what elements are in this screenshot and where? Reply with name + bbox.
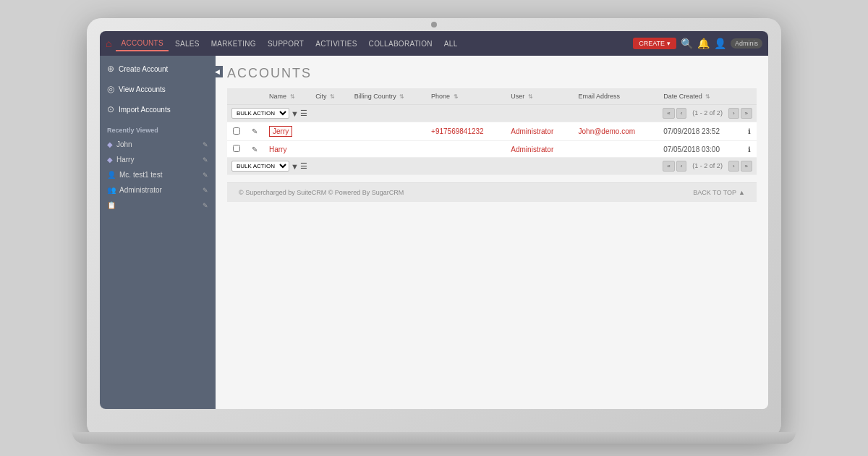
name-sort-icon[interactable]: ⇅ — [290, 93, 295, 100]
row2-user-cell: Administrator — [505, 141, 572, 158]
row1-city-cell — [310, 122, 349, 141]
doc-icon: 📋 — [107, 201, 116, 209]
nav-item-all[interactable]: ALL — [439, 37, 463, 51]
mc-test-edit-icon[interactable]: ✎ — [203, 172, 208, 179]
sidebar-item-view-accounts[interactable]: ◎ View Accounts — [100, 79, 216, 99]
nav-item-marketing[interactable]: MARKETING — [206, 37, 261, 51]
doc-edit-icon[interactable]: ✎ — [203, 202, 208, 209]
next-last-btn-top[interactable]: » — [741, 108, 752, 119]
row1-name-link[interactable]: Jerry — [273, 127, 289, 135]
laptop-frame: ⌂ ACCOUNTS SALES MARKETING SUPPORT ACTIV… — [87, 18, 781, 438]
row1-user-link[interactable]: Administrator — [511, 127, 553, 135]
row2-info-cell[interactable]: ℹ — [742, 141, 757, 158]
home-icon[interactable]: ⌂ — [106, 38, 111, 49]
user-label[interactable]: Adminis — [731, 38, 762, 48]
row1-email-cell: John@demo.com — [573, 122, 658, 141]
sidebar-recent-harry[interactable]: ◆ Harry ✎ — [100, 152, 216, 167]
harry-edit-icon[interactable]: ✎ — [203, 156, 208, 164]
col-billing-country[interactable]: Billing Country ⇅ — [349, 88, 425, 105]
main-area: ◀ ⊕ Create Account ◎ View Accounts ⊙ Imp… — [100, 56, 768, 409]
row1-phone-link[interactable]: +917569841232 — [431, 127, 484, 135]
row1-edit-cell[interactable]: ✎ — [246, 122, 263, 141]
toolbar-actions-top: BULK ACTION ▼ ☰ — [231, 108, 307, 119]
nav-item-collaboration[interactable]: COLLABORATION — [364, 37, 438, 51]
nav-item-sales[interactable]: SALES — [170, 37, 205, 51]
mc-test-icon: 👤 — [107, 171, 116, 179]
row2-checkbox-cell — [227, 141, 246, 158]
filter-icon-top[interactable]: ▼ — [291, 109, 299, 118]
view-icon-top[interactable]: ☰ — [300, 109, 307, 118]
sidebar-item-create-account[interactable]: ⊕ Create Account — [100, 59, 216, 79]
billing-sort-icon[interactable]: ⇅ — [399, 93, 404, 100]
col-city[interactable]: City ⇅ — [310, 88, 349, 105]
row2-name-link[interactable]: Harry — [269, 145, 286, 153]
row2-name-cell: Harry — [263, 141, 310, 158]
user-icon[interactable]: 👤 — [714, 38, 726, 49]
nav-item-support[interactable]: SUPPORT — [263, 37, 309, 51]
prev-btn-top[interactable]: ‹ — [676, 108, 687, 119]
date-sort-icon[interactable]: ⇅ — [705, 93, 710, 100]
next-btn-top[interactable]: › — [728, 108, 739, 119]
row2-date-cell: 07/05/2018 03:00 — [658, 141, 742, 158]
row2-billing-cell — [349, 141, 425, 158]
pagination-bottom: (1 - 2 of 2) — [688, 161, 727, 172]
row1-user-cell: Administrator — [505, 122, 572, 141]
row2-edit-cell[interactable]: ✎ — [246, 141, 263, 158]
john-icon: ◆ — [107, 140, 113, 148]
laptop-screen: ⌂ ACCOUNTS SALES MARKETING SUPPORT ACTIV… — [100, 31, 768, 409]
sidebar-recent-john[interactable]: ◆ John ✎ — [100, 137, 216, 152]
back-to-top-button[interactable]: BACK TO TOP ▲ — [693, 189, 745, 196]
row1-phone-cell: +917569841232 — [425, 122, 505, 141]
phone-sort-icon[interactable]: ⇅ — [454, 93, 459, 100]
next-last-btn-bottom[interactable]: » — [741, 161, 752, 172]
row1-name-cell: Jerry — [263, 122, 310, 141]
sidebar-item-import-accounts[interactable]: ⊙ Import Accounts — [100, 99, 216, 119]
john-edit-icon[interactable]: ✎ — [203, 141, 208, 148]
user-sort-icon[interactable]: ⇅ — [528, 93, 533, 100]
row1-email-link[interactable]: John@demo.com — [579, 127, 636, 135]
row1-name-highlighted: Jerry — [269, 126, 292, 137]
toolbar-row-top: BULK ACTION ▼ ☰ « — [227, 105, 757, 122]
content-area: ACCOUNTS Name ⇅ City — [216, 56, 768, 409]
col-date-created[interactable]: Date Created ⇅ — [658, 88, 742, 105]
nav-item-activities[interactable]: ACTIVITIES — [310, 37, 362, 51]
col-checkbox — [227, 88, 246, 105]
next-btn-bottom[interactable]: › — [728, 161, 739, 172]
sidebar-toggle[interactable]: ◀ — [211, 66, 223, 77]
prev-btn-bottom[interactable]: ‹ — [676, 161, 687, 172]
pagination-top: (1 - 2 of 2) — [688, 108, 727, 119]
administrator-edit-icon[interactable]: ✎ — [203, 187, 208, 194]
sidebar: ◀ ⊕ Create Account ◎ View Accounts ⊙ Imp… — [100, 56, 216, 409]
col-edit — [246, 88, 263, 105]
col-phone[interactable]: Phone ⇅ — [425, 88, 505, 105]
bulk-action-select-top[interactable]: BULK ACTION ▼ ☰ — [231, 108, 307, 119]
col-name[interactable]: Name ⇅ — [263, 88, 310, 105]
col-email: Email Address — [573, 88, 658, 105]
sidebar-recent-doc[interactable]: 📋 ✎ — [100, 198, 216, 213]
filter-icon-bottom[interactable]: ▼ — [291, 162, 299, 171]
row1-checkbox[interactable] — [233, 127, 240, 135]
laptop-camera — [431, 22, 437, 28]
sidebar-recent-administrator[interactable]: 👥 Administrator ✎ — [100, 182, 216, 198]
bulk-action-dropdown-bottom[interactable]: BULK ACTION — [231, 161, 289, 172]
bulk-action-dropdown-top[interactable]: BULK ACTION — [231, 108, 289, 119]
row2-user-link[interactable]: Administrator — [511, 145, 553, 153]
sidebar-recent-mc-test[interactable]: 👤 Mc. test1 test ✎ — [100, 167, 216, 182]
administrator-icon: 👥 — [107, 186, 116, 194]
row2-checkbox[interactable] — [233, 145, 240, 152]
row1-info-cell[interactable]: ℹ — [742, 122, 757, 141]
create-button[interactable]: CREATE ▾ — [633, 38, 676, 49]
page-title: ACCOUNTS — [227, 66, 757, 81]
col-user[interactable]: User ⇅ — [505, 88, 572, 105]
search-icon[interactable]: 🔍 — [681, 38, 693, 49]
prev-first-btn-top[interactable]: « — [663, 108, 674, 119]
bulk-action-select-bottom[interactable]: BULK ACTION ▼ ☰ — [231, 161, 307, 172]
prev-first-btn-bottom[interactable]: « — [663, 161, 674, 172]
view-icon-bottom[interactable]: ☰ — [300, 161, 307, 171]
bell-icon[interactable]: 🔔 — [697, 38, 710, 49]
city-sort-icon[interactable]: ⇅ — [330, 93, 335, 100]
footer-text: © Supercharged by SuiteCRM © Powered By … — [239, 189, 404, 196]
nav-item-accounts[interactable]: ACCOUNTS — [116, 36, 169, 51]
row2-email-cell — [573, 141, 658, 158]
toolbar-actions-bottom: BULK ACTION ▼ ☰ — [231, 161, 307, 172]
